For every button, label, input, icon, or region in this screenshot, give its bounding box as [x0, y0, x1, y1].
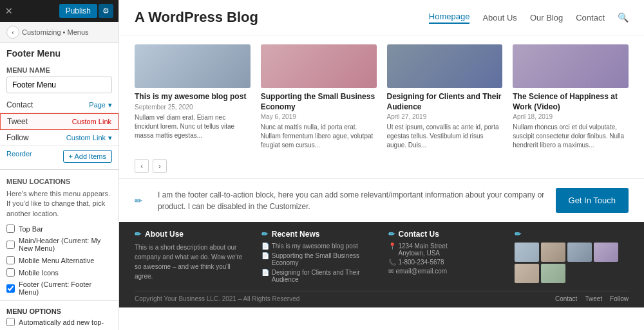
blog-card-3: Designing for Clients and Their Audience…	[387, 44, 503, 150]
blog-image-4	[513, 44, 629, 88]
footer-news-edit-icon[interactable]: ✏	[261, 230, 268, 239]
footer-phone: 📞 1-800-234-5678	[388, 259, 502, 266]
customizer-panel: ✕ Publish ⚙ ‹ Customizing • Menus Footer…	[0, 0, 119, 330]
loc-mobile-icons-checkbox[interactable]	[6, 268, 15, 277]
footer-image-4	[594, 243, 618, 262]
blog-excerpt-4: Nullam rhoncus orci et dui vulputate, su…	[513, 123, 629, 150]
menu-item-follow: Follow Custom Link ▾	[0, 130, 118, 146]
auto-add-checkbox[interactable]	[6, 318, 15, 326]
blog-card-4: The Science of Happiness at Work (Video)…	[513, 44, 629, 150]
divider-1	[0, 169, 118, 170]
cta-edit-icon[interactable]: ✏	[135, 196, 142, 206]
loc-mobile-alt-checkbox[interactable]	[6, 256, 15, 264]
blog-date-2: May 6, 2019	[261, 113, 377, 120]
preview-panel: A WordPress Blog Homepage About Us Our B…	[119, 0, 644, 330]
blog-grid: This is my awesome blog post September 2…	[119, 35, 644, 156]
footer-image-3	[567, 243, 592, 262]
footer-news-item-2: 📄 Supporting the Small Business Economy	[261, 252, 375, 266]
footer-nav-tweet[interactable]: Tweet	[585, 295, 602, 302]
next-page-button[interactable]: ›	[153, 159, 167, 173]
footer-nav-contact[interactable]: Contact	[555, 295, 577, 302]
menu-options-label: Menu Options	[0, 304, 118, 316]
blog-card-1: This is my awesome blog post September 2…	[135, 44, 251, 150]
footer-bottom: Copyright Your Business LLC. 2021 – All …	[135, 291, 629, 302]
cta-block: ✏ I am the footer call-to-action block, …	[119, 178, 644, 222]
prev-page-button[interactable]: ‹	[135, 159, 149, 173]
loc-mobile-alt: Mobile Menu Alternative	[0, 254, 118, 266]
loc-footer-checkbox[interactable]	[6, 284, 15, 293]
panel-top-bar: ✕ Publish ⚙	[0, 0, 118, 22]
menu-name-label: Menu Name	[0, 61, 118, 75]
reorder-link[interactable]: Reorder	[6, 150, 32, 163]
footer-contact-title: ✏ Contact Us	[388, 230, 502, 239]
contact-item-label: Contact	[6, 100, 33, 109]
follow-item-type: Custom Link ▾	[66, 134, 112, 142]
footer-news-title: ✏ Recent News	[261, 230, 375, 239]
site-footer: ✏ About Use This is a short description …	[119, 222, 644, 307]
footer-images-edit-icon-wrap: ✏	[515, 230, 629, 239]
menu-name-input[interactable]	[6, 77, 112, 93]
tweet-item-type[interactable]: Custom Link	[72, 118, 111, 125]
follow-item-label: Follow	[6, 133, 29, 142]
blog-excerpt-2: Nunc at mattis nulla, id porta erat. Nul…	[261, 123, 377, 150]
menu-item-tweet: → Tweet Custom Link	[0, 113, 118, 130]
section-title: Footer Menu	[0, 43, 118, 61]
blog-date-3: April 27, 2019	[387, 113, 503, 120]
footer-images-edit-icon[interactable]: ✏	[515, 230, 521, 239]
footer-copyright: Copyright Your Business LLC. 2021 – All …	[135, 295, 299, 302]
footer-about-col: ✏ About Use This is a short description …	[135, 230, 249, 286]
loc-main-header: Main/Header (Current: My New Menu)	[0, 235, 118, 254]
loc-main-header-checkbox[interactable]	[6, 241, 15, 249]
nav-link-homepage[interactable]: Homepage	[429, 12, 470, 24]
blog-image-1	[135, 44, 251, 88]
breadcrumb-text: Customizing • Menus	[22, 28, 89, 36]
blog-title-3: Designing for Clients and Their Audience	[387, 92, 503, 112]
footer-about-text: This is a short description about our co…	[135, 243, 249, 281]
publish-button[interactable]: Publish	[59, 4, 97, 18]
footer-news-item-3: 📄 Designing for Clients and Their Audien…	[261, 269, 375, 283]
footer-about-edit-icon[interactable]: ✏	[135, 230, 141, 239]
blog-card-2: Supporting the Small Business Economy Ma…	[261, 44, 377, 150]
publish-gear-button[interactable]: ⚙	[99, 4, 113, 18]
nav-link-contact[interactable]: Contact	[576, 13, 605, 23]
footer-images-col: ✏	[515, 230, 629, 286]
nav-links: Homepage About Us Our Blog Contact 🔍	[429, 12, 629, 24]
footer-news-item-1: 📄 This is my awesome blog post	[261, 243, 375, 250]
site-navigation: A WordPress Blog Homepage About Us Our B…	[119, 0, 644, 35]
blog-excerpt-3: Ut est ipsum, convallis ac ante id, port…	[387, 123, 503, 150]
footer-image-1	[515, 243, 539, 262]
footer-email: ✉ email@email.com	[388, 268, 502, 275]
footer-images-grid	[515, 243, 629, 283]
menu-item-contact: Contact Page ▾	[0, 97, 118, 113]
loc-top-bar: Top Bar	[0, 223, 118, 235]
footer-grid: ✏ About Use This is a short description …	[135, 230, 629, 286]
add-items-button[interactable]: + Add Items	[63, 150, 112, 163]
nav-link-about[interactable]: About Us	[482, 13, 516, 23]
footer-news-col: ✏ Recent News 📄 This is my awesome blog …	[261, 230, 375, 286]
back-button[interactable]: ‹	[6, 26, 19, 39]
blog-date-4: April 18, 2019	[513, 113, 629, 120]
loc-mobile-icons: Mobile Icons	[0, 266, 118, 279]
cta-button[interactable]: Get In Touch	[556, 188, 629, 213]
locations-description: Here's where this menu appears. If you'd…	[0, 187, 118, 223]
cta-text: I am the footer call-to-action block, he…	[158, 189, 545, 212]
search-icon[interactable]: 🔍	[618, 12, 629, 23]
menu-actions: Reorder + Add Items	[0, 146, 118, 167]
blog-title-4: The Science of Happiness at Work (Video)	[513, 92, 629, 112]
close-button[interactable]: ✕	[5, 6, 13, 16]
footer-nav-follow[interactable]: Follow	[610, 295, 629, 302]
footer-about-title: ✏ About Use	[135, 230, 249, 239]
footer-bottom-links: Contact Tweet Follow	[555, 295, 629, 302]
loc-footer: Footer (Current: Footer Menu)	[0, 279, 118, 298]
blog-image-3	[387, 44, 503, 88]
pagination: ‹ ›	[119, 156, 644, 178]
footer-contact-col: ✏ Contact Us 📍 1234 Main StreetAnytown, …	[388, 230, 502, 286]
site-title: A WordPress Blog	[135, 9, 258, 26]
footer-image-2	[541, 243, 565, 262]
auto-add-row: Automatically add new top-level pages to…	[0, 316, 118, 330]
breadcrumb: ‹ Customizing • Menus	[0, 22, 118, 43]
nav-link-blog[interactable]: Our Blog	[530, 13, 563, 23]
footer-image-5	[515, 264, 539, 283]
footer-contact-edit-icon[interactable]: ✏	[388, 230, 395, 239]
loc-top-bar-checkbox[interactable]	[6, 225, 15, 233]
